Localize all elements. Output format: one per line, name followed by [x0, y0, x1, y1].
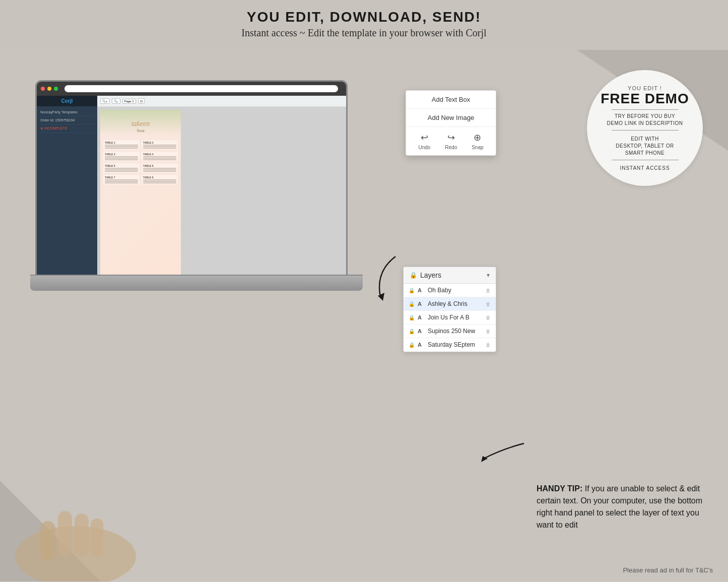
handy-tip-text: HANDY TIP: If you are unable to select &… [537, 483, 713, 531]
snap-item: ⊕ Snap [472, 132, 483, 150]
corjl-sidebar-header: Corjl [37, 96, 97, 106]
subline: Instant access ~ Edit the template in yo… [10, 27, 718, 39]
layer-lock-icon-1: 🔒 [409, 288, 415, 293]
svg-marker-5 [378, 293, 384, 301]
browser-maximize-dot[interactable] [54, 87, 58, 91]
layers-chevron-icon[interactable]: ▾ [487, 272, 490, 279]
redo-item: ↪ Redo [445, 132, 457, 150]
layer-type-icon-4: A [418, 328, 425, 334]
demo-you-edit-label: YOU EDIT ! [628, 85, 662, 91]
corjl-sidebar-item-incomplete[interactable]: ⊗ INCOMPLETE [39, 124, 95, 133]
headline: YOU EDIT, DOWNLOAD, SEND! [10, 9, 718, 25]
undo-label: Undo [418, 145, 430, 150]
layer-text-5: Saturday SEptem [428, 341, 483, 348]
layer-lock-icon-3: 🔒 [409, 315, 415, 320]
seating-table-5: TABLE 5 [103, 163, 140, 173]
layer-text-2: Ashley & Chris [428, 300, 483, 307]
hand-area [0, 430, 202, 581]
layers-item-saturday[interactable]: 🔒 A Saturday SEptem 🗑 [404, 338, 496, 352]
top-banner: YOU EDIT, DOWNLOAD, SEND! Instant access… [0, 0, 728, 50]
floating-corjl-panel: Add Text Box Add New Image ↩ Undo ↪ Redo… [406, 90, 496, 156]
layer-type-icon-2: A [418, 301, 425, 307]
handy-tip-label: HANDY TIP: [537, 484, 582, 493]
layer-delete-icon-3[interactable]: 🗑 [486, 315, 491, 320]
layers-item-supinos[interactable]: 🔒 A Supinos 250 New 🗑 [404, 325, 496, 338]
layer-delete-icon-4[interactable]: 🗑 [486, 329, 491, 334]
seating-table-7: TABLE 7 [103, 175, 140, 184]
snap-label: Snap [472, 145, 483, 150]
layer-type-icon-3: A [418, 314, 425, 320]
seating-table-1: TABLE 1 [103, 140, 140, 150]
undo-item: ↩ Undo [418, 132, 430, 150]
svg-rect-3 [75, 513, 89, 556]
browser-url-bar[interactable] [64, 85, 338, 92]
corjl-toolbar: 🔍+ 🔍- Page 1 ⊡ [97, 96, 346, 107]
footer-note: Please read ad in full for T&C's [623, 566, 713, 574]
svg-rect-2 [58, 511, 72, 556]
snap-icon[interactable]: ⊕ [474, 132, 481, 143]
layer-lock-icon-2: 🔒 [409, 301, 415, 307]
corjl-sidebar-item-order[interactable]: Order Id: 1509758194 [39, 116, 95, 124]
undo-icon[interactable]: ↩ [421, 132, 428, 143]
main-area: Corjl NoocayParty Templates Order Id: 15… [0, 50, 728, 581]
laptop-mockup: Corjl NoocayParty Templates Order Id: 15… [15, 80, 368, 342]
add-image-button[interactable]: Add New Image [406, 109, 496, 126]
corjl-ui: Corjl NoocayParty Templates Order Id: 15… [37, 96, 346, 275]
add-textbox-button[interactable]: Add Text Box [406, 91, 496, 109]
svg-rect-1 [40, 521, 55, 561]
svg-rect-4 [91, 519, 103, 556]
seating-table-3: TABLE 3 [103, 152, 140, 161]
seating-tables-grid: TABLE 1 TABLE 2 [103, 140, 178, 184]
corjl-sidebar-items: NoocayParty Templates Order Id: 15097581… [37, 106, 97, 135]
layer-text-4: Supinos 250 New [428, 328, 483, 335]
layers-lock-icon: 🔒 [410, 272, 417, 279]
demo-divider-3 [612, 160, 679, 160]
layer-type-icon-5: A [418, 342, 425, 348]
layer-text-3: Join Us For A B [428, 314, 483, 321]
laptop-screen-inner: Corjl NoocayParty Templates Order Id: 15… [37, 82, 346, 275]
layer-type-icon-1: A [418, 287, 425, 293]
arrow-to-layers [479, 438, 529, 471]
seating-table-8: TABLE 8 [142, 175, 178, 184]
toolbar-fit[interactable]: ⊡ [138, 98, 145, 104]
layers-header: 🔒 Layers ▾ [404, 267, 496, 284]
demo-free-demo-title: FREE DEMO [601, 91, 689, 107]
layers-item-join-us[interactable]: 🔒 A Join Us For A B 🗑 [404, 311, 496, 325]
seating-title-area: takeen Seat [100, 120, 181, 133]
browser-minimize-dot[interactable] [47, 87, 51, 91]
corjl-sidebar-item-templates[interactable]: NoocayParty Templates [39, 108, 95, 116]
redo-label: Redo [445, 145, 457, 150]
seating-chart-title: takeen [100, 120, 181, 128]
seating-table-4: TABLE 4 [142, 152, 178, 161]
demo-divider-1 [612, 109, 679, 110]
layers-title-row: 🔒 Layers [410, 271, 441, 279]
corjl-canvas-main: 🔍+ 🔍- Page 1 ⊡ takeen [97, 96, 346, 275]
layers-item-oh-baby[interactable]: 🔒 A Oh Baby 🗑 [404, 284, 496, 297]
browser-chrome [37, 82, 346, 96]
handy-tip-section: HANDY TIP: If you are unable to select &… [537, 483, 713, 531]
browser-close-dot[interactable] [41, 87, 45, 91]
corjl-canvas-area: takeen Seat TABLE 1 [97, 107, 346, 275]
layer-delete-icon-5[interactable]: 🗑 [486, 342, 491, 348]
toolbar-zoom-in[interactable]: 🔍+ [100, 98, 110, 104]
laptop-section: Corjl NoocayParty Templates Order Id: 15… [0, 50, 378, 581]
layers-item-ashley-chris[interactable]: 🔒 A Ashley & Chris 🗑 [404, 297, 496, 311]
layer-lock-icon-4: 🔒 [409, 329, 415, 334]
toolbar-page: Page 1 [122, 99, 136, 104]
laptop-base [30, 276, 363, 291]
toolbar-zoom-out[interactable]: 🔍- [112, 98, 120, 104]
layer-delete-icon-2[interactable]: 🗑 [486, 301, 491, 307]
corjl-sidebar: Corjl NoocayParty Templates Order Id: 15… [37, 96, 97, 275]
seating-chart-preview: takeen Seat TABLE 1 [100, 110, 181, 275]
layer-lock-icon-5: 🔒 [409, 342, 415, 348]
layers-panel: 🔒 Layers ▾ 🔒 A Oh Baby 🗑 🔒 A Ashley & Ch… [403, 267, 496, 352]
demo-edit-with: EDIT WITHDESKTOP, TABLET ORSMART PHONE [616, 136, 674, 157]
free-demo-circle: YOU EDIT ! FREE DEMO TRY BEFORE YOU BUYD… [587, 70, 703, 186]
seating-table-2: TABLE 2 [142, 140, 178, 150]
arrow-to-panel [365, 251, 406, 304]
corjl-logo: Corjl [39, 98, 95, 104]
redo-icon[interactable]: ↪ [447, 132, 455, 143]
hand-svg [0, 430, 202, 581]
demo-try-before: TRY BEFORE YOU BUYDEMO LINK IN DESCRIPTI… [607, 113, 683, 127]
layer-delete-icon-1[interactable]: 🗑 [486, 288, 491, 293]
